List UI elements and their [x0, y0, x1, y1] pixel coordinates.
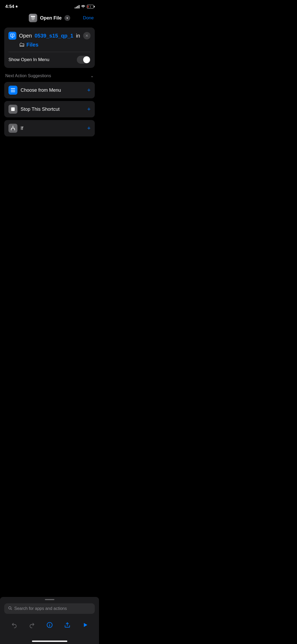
in-label: in [76, 33, 80, 39]
file-param[interactable]: 0539_s15_qp_1 [35, 33, 73, 39]
nav-bar: Open File ▾ Done [0, 12, 99, 25]
svg-point-8 [14, 130, 15, 130]
status-time: 4:54 [5, 4, 18, 9]
app-param[interactable]: Files [26, 42, 39, 48]
choose-menu-icon [8, 86, 17, 95]
close-button[interactable]: ✕ [83, 32, 91, 39]
menu-list-icon [10, 87, 16, 93]
nav-title: Open File ▾ [29, 14, 70, 22]
suggestion-left: Choose from Menu [8, 86, 61, 95]
suggestion-left: If [8, 124, 23, 133]
action-card: Open 0539_s15_qp_1 in ✕ 🗂 Files Show Ope… [4, 27, 95, 68]
action-row: Open 0539_s15_qp_1 in ✕ [8, 32, 91, 40]
wifi-icon [81, 4, 85, 9]
app-icon [29, 14, 37, 22]
if-label: If [21, 126, 23, 131]
status-icons: 1 [75, 4, 94, 9]
if-branch-icon [10, 125, 16, 131]
svg-point-7 [11, 130, 12, 130]
suggestions-title: Next Action Suggestions [5, 73, 51, 78]
suggestion-left: Stop This Shortcut [8, 105, 60, 114]
stop-square-icon [10, 107, 16, 112]
choose-menu-label: Choose from Menu [21, 88, 61, 93]
suggestions-chevron-icon[interactable]: ⌄ [90, 73, 94, 78]
toggle-label: Show Open In Menu [8, 57, 49, 62]
main-content: Open 0539_s15_qp_1 in ✕ 🗂 Files Show Ope… [0, 25, 99, 141]
show-open-menu-toggle[interactable] [77, 56, 91, 64]
svg-point-6 [13, 126, 13, 126]
title-chevron-icon[interactable]: ▾ [64, 15, 70, 21]
suggestions-header[interactable]: Next Action Suggestions ⌄ [4, 73, 95, 78]
open-label: Open [19, 33, 32, 39]
battery-icon: 1 [87, 5, 94, 8]
svg-point-0 [83, 7, 83, 8]
suggestion-if[interactable]: If + [4, 120, 95, 136]
toggle-row: Show Open In Menu [8, 56, 91, 64]
add-if-button[interactable]: + [87, 125, 91, 132]
svg-rect-3 [11, 90, 15, 90]
add-choose-menu-button[interactable]: + [87, 87, 91, 94]
svg-rect-4 [11, 91, 15, 92]
done-button[interactable]: Done [83, 15, 94, 21]
stop-icon [8, 105, 17, 114]
time-display: 4:54 [5, 4, 14, 9]
svg-rect-5 [11, 107, 15, 111]
svg-rect-2 [11, 88, 15, 89]
if-icon [8, 124, 17, 133]
status-bar: 4:54 1 [0, 0, 99, 12]
divider [8, 52, 91, 52]
open-action-icon [8, 32, 16, 40]
suggestion-choose-from-menu[interactable]: Choose from Menu + [4, 82, 95, 98]
add-stop-button[interactable]: + [87, 106, 91, 113]
open-icon [10, 33, 15, 38]
toggle-knob [83, 56, 90, 63]
files-folder-icon: 🗂 [19, 41, 25, 48]
nav-title-text: Open File [40, 15, 62, 21]
location-icon [15, 5, 18, 8]
signal-icon [75, 5, 79, 8]
stop-shortcut-label: Stop This Shortcut [21, 107, 60, 112]
suggestion-stop-shortcut[interactable]: Stop This Shortcut + [4, 101, 95, 117]
